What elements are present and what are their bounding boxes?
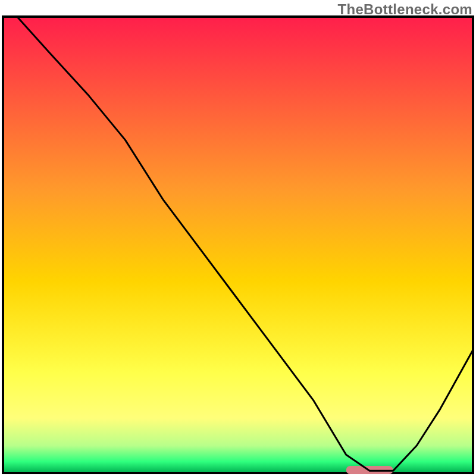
watermark-text: TheBottleneck.com <box>338 1 472 18</box>
chart-stage: TheBottleneck.com <box>0 0 476 476</box>
bottleneck-chart <box>0 0 476 476</box>
plot-background <box>3 17 473 473</box>
